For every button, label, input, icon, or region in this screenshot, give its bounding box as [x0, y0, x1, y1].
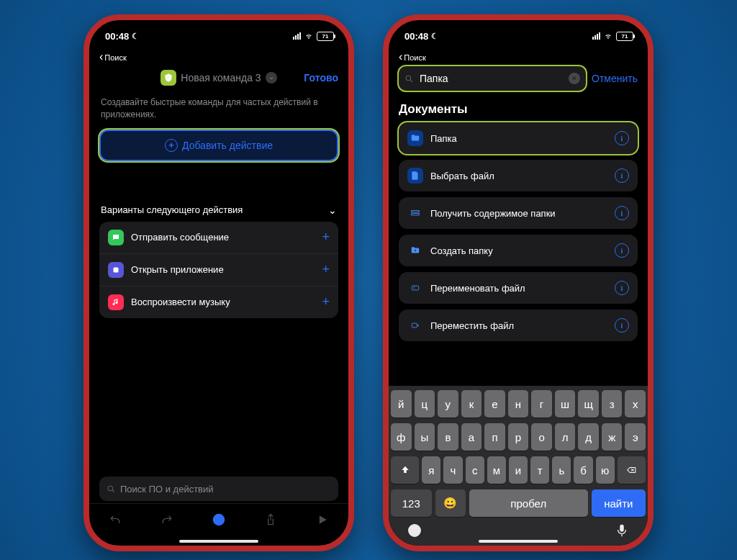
info-icon[interactable]: i [615, 131, 629, 145]
result-label: Переименовать файл [430, 283, 607, 294]
chevron-down-icon[interactable] [266, 72, 277, 83]
key[interactable]: ж [602, 423, 623, 451]
app-icon [108, 262, 124, 278]
key[interactable]: ш [555, 390, 576, 417]
info-icon[interactable] [212, 512, 226, 530]
key[interactable]: ь [552, 456, 571, 484]
info-icon[interactable]: i [615, 206, 629, 220]
messages-icon [108, 230, 124, 245]
space-key[interactable]: Пробел [469, 489, 588, 517]
key[interactable]: ф [391, 423, 412, 451]
add-action-button[interactable]: Добавить действие [99, 130, 338, 161]
key[interactable]: ч [443, 456, 462, 484]
clear-icon[interactable]: ✕ [569, 73, 580, 84]
search-input[interactable] [418, 72, 564, 85]
result-item[interactable]: Создать папку i [399, 235, 638, 266]
back-link[interactable]: Поиск [89, 52, 348, 63]
result-label: Переместить файл [430, 320, 607, 331]
suggestion-item[interactable]: Открыть приложение + [99, 254, 338, 286]
key[interactable]: н [508, 390, 529, 417]
info-icon[interactable]: i [615, 281, 629, 295]
suggestion-item[interactable]: Отправить сообщение + [99, 222, 338, 254]
chevron-down-icon [328, 204, 337, 216]
section-header: Документы [399, 102, 638, 117]
mic-icon[interactable] [612, 521, 631, 540]
info-icon[interactable]: i [615, 318, 629, 333]
key[interactable]: ю [596, 456, 615, 484]
numbers-key[interactable]: 123 [391, 489, 432, 517]
done-button[interactable]: Готово [304, 72, 338, 83]
key[interactable]: ы [415, 423, 435, 451]
clock: 00:48 [105, 31, 129, 42]
key[interactable]: м [487, 456, 506, 484]
svg-point-3 [406, 76, 411, 81]
result-item[interactable]: Получить содержимое папки i [399, 197, 638, 229]
key[interactable]: с [466, 456, 484, 484]
key[interactable]: в [438, 423, 458, 451]
back-link[interactable]: Поиск [389, 52, 648, 63]
globe-icon[interactable] [405, 521, 424, 540]
key[interactable]: р [508, 423, 529, 451]
result-item[interactable]: Переименовать файл i [399, 272, 638, 304]
search-input-box[interactable]: ✕ [399, 66, 586, 91]
key[interactable]: и [509, 456, 528, 484]
search-placeholder: Поиск ПО и действий [120, 484, 214, 494]
backspace-key[interactable] [618, 456, 646, 484]
key[interactable]: л [555, 423, 576, 451]
moon-icon: ☾ [431, 32, 438, 41]
emoji-key[interactable]: 😀 [435, 489, 466, 517]
phone-right: 00:48 ☾ 71 Поиск ✕ Отменить Документы [383, 14, 654, 551]
key[interactable]: у [438, 390, 458, 417]
key[interactable]: щ [578, 390, 599, 417]
info-icon[interactable]: i [615, 168, 629, 183]
key[interactable]: г [531, 390, 552, 417]
search-icon [404, 74, 414, 83]
cancel-button[interactable]: Отменить [592, 73, 638, 84]
undo-icon[interactable] [108, 512, 122, 530]
notch [475, 20, 561, 39]
info-icon[interactable]: i [615, 243, 629, 258]
key[interactable]: п [484, 423, 505, 451]
play-icon[interactable] [315, 512, 330, 530]
tabbar [89, 503, 348, 538]
search-bar[interactable]: Поиск ПО и действий [99, 477, 338, 501]
result-label: Выбрать файл [430, 171, 607, 181]
key[interactable]: я [422, 456, 440, 484]
key[interactable]: к [461, 390, 482, 417]
shift-key[interactable] [391, 456, 419, 484]
share-icon[interactable] [263, 512, 278, 530]
suggestions-list: Отправить сообщение + Открыть приложение… [99, 222, 338, 318]
suggestion-item[interactable]: Воспроизвести музыку + [99, 286, 338, 318]
result-item[interactable]: Переместить файл i [399, 310, 638, 341]
plus-icon[interactable]: + [322, 294, 330, 310]
svg-rect-5 [412, 214, 420, 215]
result-item[interactable]: Выбрать файл i [399, 160, 638, 191]
new-folder-icon [407, 243, 423, 258]
key[interactable]: б [574, 456, 592, 484]
key[interactable]: а [461, 423, 482, 451]
result-item-folder[interactable]: Папка i [399, 122, 638, 154]
key[interactable]: з [602, 390, 623, 417]
suggestions-header[interactable]: Варианты следующего действия [99, 204, 338, 216]
notch [176, 20, 262, 39]
clock: 00:48 [404, 31, 428, 42]
keyboard: йцукенгшщзх фывапролджэ ячсмитьбю 123 😀 … [389, 386, 648, 546]
plus-icon[interactable]: + [322, 230, 330, 245]
svg-rect-9 [620, 525, 624, 532]
find-key[interactable]: Найти [592, 489, 646, 517]
shortcut-title[interactable]: Новая команда 3 [181, 72, 261, 83]
key[interactable]: е [484, 390, 505, 417]
key[interactable]: х [625, 390, 646, 417]
key[interactable]: д [578, 423, 599, 451]
plus-icon[interactable]: + [322, 262, 330, 277]
redo-icon[interactable] [160, 512, 174, 530]
phone-left: 00:48 ☾ 71 Поиск Новая команда 3 Готово … [83, 14, 354, 551]
key[interactable]: ц [415, 390, 435, 417]
key[interactable]: й [391, 390, 412, 417]
home-indicator[interactable] [479, 540, 558, 543]
key[interactable]: э [625, 423, 646, 451]
result-label: Папка [430, 133, 607, 144]
home-indicator[interactable] [179, 540, 258, 543]
key[interactable]: т [530, 456, 549, 484]
key[interactable]: о [531, 423, 552, 451]
